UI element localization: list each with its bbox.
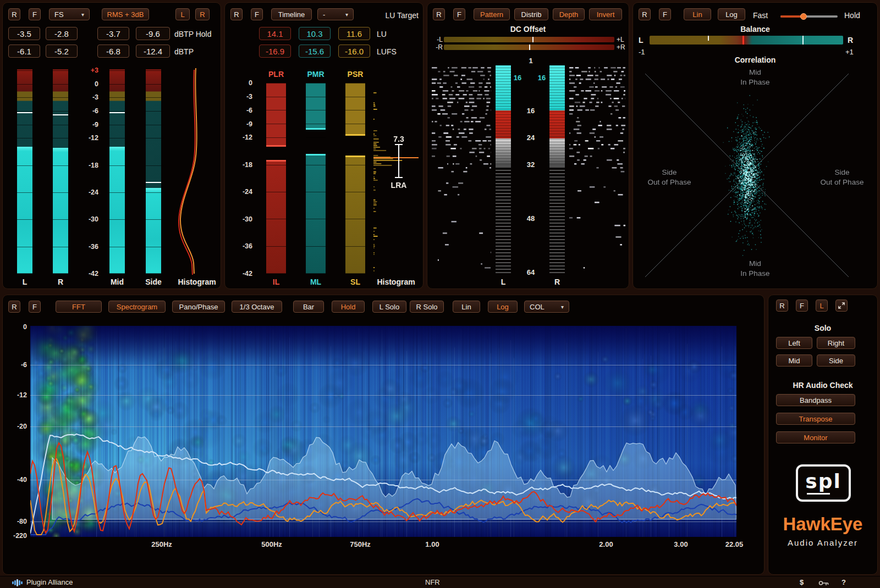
gridline: [109, 247, 125, 247]
gridline: [306, 83, 326, 84]
loudness-panel: R F Timeline - ▾ LU Target 14.1 10.3 11.…: [224, 2, 424, 289]
solo-right-button[interactable]: Right: [817, 337, 855, 349]
meter-side: [146, 69, 161, 274]
pmr-head: PMR: [307, 70, 324, 79]
gridline: [53, 219, 68, 220]
pattern-button[interactable]: Pattern: [474, 8, 510, 20]
channel-label-r: R: [58, 278, 63, 286]
fft-button[interactable]: FFT: [56, 301, 102, 313]
phase-f-button[interactable]: F: [659, 8, 671, 20]
ballistics-slider[interactable]: [780, 15, 838, 18]
spectrum-f-button[interactable]: F: [29, 301, 41, 313]
gridline: [146, 84, 161, 85]
gridline: [266, 83, 286, 84]
bar-button[interactable]: Bar: [293, 301, 324, 313]
gridline: [306, 246, 326, 247]
expand-button[interactable]: [835, 299, 848, 312]
levels-left-button[interactable]: L: [175, 8, 190, 20]
log-button[interactable]: Log: [718, 8, 745, 20]
bit-pattern-right: [569, 65, 625, 269]
psr-bar: [345, 83, 365, 136]
distrib-button[interactable]: Distrib: [514, 8, 548, 20]
loudness-r-button[interactable]: R: [230, 8, 243, 20]
log-button[interactable]: Log: [488, 301, 518, 313]
levels-f-button[interactable]: F: [29, 8, 41, 20]
invert-button[interactable]: Invert: [589, 8, 622, 20]
lu-label: LU: [377, 30, 387, 38]
channel-label-l: L: [501, 278, 506, 286]
gridline: [266, 137, 286, 138]
ml-bar: [306, 154, 326, 274]
color-dropdown-value: COL: [530, 303, 544, 311]
gridline: [306, 165, 326, 165]
gridline: [146, 125, 161, 125]
hold-button[interactable]: Hold: [332, 301, 365, 313]
rms-mode-button[interactable]: RMS + 3dB: [102, 8, 149, 20]
y-axis-label: -80: [5, 518, 27, 525]
gridline: [266, 246, 286, 247]
dbtp-mid: -6.8: [97, 45, 129, 58]
fast-label: Fast: [753, 11, 768, 20]
dc-offset-bar-left: [444, 37, 614, 42]
gridline: [17, 125, 32, 125]
help-icon[interactable]: ?: [842, 578, 846, 586]
third-octave-button[interactable]: 1/3 Octave: [232, 301, 282, 313]
color-dropdown[interactable]: COL ▾: [524, 301, 569, 313]
lra-label: LRA: [391, 181, 407, 190]
x-axis-label: 1.00: [425, 540, 439, 548]
bit-pattern-left: [432, 65, 491, 269]
scale-label: -42: [229, 270, 252, 278]
bits-f-button[interactable]: F: [453, 8, 465, 20]
solo-left-button[interactable]: Left: [776, 337, 812, 349]
bit-scale-64: 64: [523, 268, 538, 276]
timeline-button[interactable]: Timeline: [271, 8, 312, 20]
key-icon[interactable]: [818, 580, 829, 586]
l-solo-button[interactable]: L Solo: [372, 301, 406, 313]
side-r-button[interactable]: R: [776, 299, 788, 312]
levels-fs-dropdown[interactable]: FS ▾: [49, 8, 90, 20]
levels-right-button[interactable]: R: [195, 8, 210, 20]
spectrum-r-button[interactable]: R: [8, 301, 20, 313]
solo-side-button[interactable]: Side: [817, 354, 855, 367]
bit-meter-panel: R F Pattern Distrib Depth Invert DC Offs…: [427, 2, 629, 289]
r-solo-button[interactable]: R Solo: [410, 301, 444, 313]
solo-heading: Solo: [768, 324, 877, 332]
lin-button[interactable]: Lin: [684, 8, 711, 20]
levels-r-button[interactable]: R: [8, 8, 20, 20]
solo-mid-button[interactable]: Mid: [776, 354, 812, 367]
bits-r-button[interactable]: R: [433, 8, 445, 20]
phase-r-button[interactable]: R: [639, 8, 651, 20]
transpose-button[interactable]: Transpose: [776, 413, 855, 425]
gridline: [266, 97, 286, 97]
bit-depth-right: 16: [534, 74, 549, 82]
lin-button[interactable]: Lin: [453, 301, 480, 313]
depth-button[interactable]: Depth: [553, 8, 585, 20]
scale-label: -36: [229, 242, 252, 250]
gridline: [146, 97, 161, 98]
gridline: [345, 273, 365, 274]
gridline: [146, 219, 161, 220]
dc-l-min: -L: [430, 36, 443, 43]
spl-logo: spl: [796, 464, 851, 502]
plr-value: 14.1: [259, 27, 291, 40]
monitor-button[interactable]: Monitor: [776, 431, 855, 443]
gridline: [17, 165, 32, 166]
dollar-icon[interactable]: $: [800, 578, 804, 586]
loudness-f-button[interactable]: F: [251, 8, 263, 20]
gridline: [109, 70, 125, 71]
chevron-down-icon: ▾: [81, 12, 84, 18]
plugin-alliance-label[interactable]: Plugin Alliance: [26, 578, 73, 586]
pano-phase-button[interactable]: Pano/Phase: [172, 301, 225, 313]
gridline: [306, 137, 326, 138]
slider-knob[interactable]: [800, 13, 807, 20]
bit-column-right: [549, 65, 565, 274]
bandpass-button[interactable]: Bandpass: [776, 394, 855, 406]
side-l-button[interactable]: L: [816, 299, 828, 312]
lu-target-dropdown[interactable]: - ▾: [317, 8, 354, 20]
plr-meter: [266, 83, 286, 274]
spectrogram-button[interactable]: Spectrogram: [108, 301, 166, 313]
side-f-button[interactable]: F: [796, 299, 808, 312]
gridline: [345, 110, 365, 110]
gridline: [266, 273, 286, 274]
meter-left: [17, 69, 32, 274]
